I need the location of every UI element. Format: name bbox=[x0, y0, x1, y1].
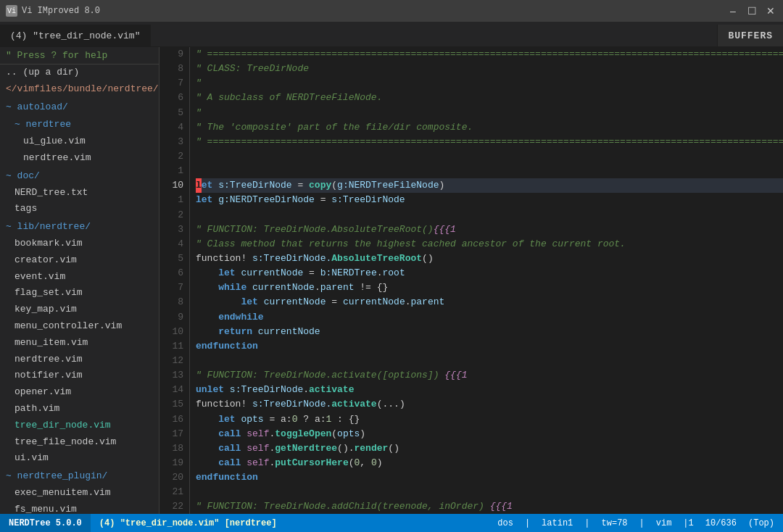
code-line: " FUNCTION: TreeDirNode.addChild(treenod… bbox=[196, 499, 783, 514]
line-number: 20 bbox=[162, 470, 183, 485]
line-number: 3 bbox=[162, 135, 183, 149]
code-line: function! s:TreeDirNode.AbsoluteTreeRoot… bbox=[196, 252, 783, 266]
line-number: 21 bbox=[162, 485, 183, 499]
sidebar-item[interactable]: tags bbox=[0, 201, 159, 217]
main-area: " Press ? for help .. (up a dir)</vimfil… bbox=[0, 47, 783, 514]
line-number: 16 bbox=[162, 412, 183, 427]
line-number: 12 bbox=[162, 354, 183, 368]
code-line: let g:NERDTreeDirNode = s:TreeDirNode bbox=[196, 193, 783, 207]
statusbar: NERDTree 5.0.0 (4) "tree_dir_node.vim" [… bbox=[0, 514, 783, 532]
code-content: 9876543211012345678910111213141516171819… bbox=[160, 47, 783, 514]
sidebar-items: .. (up a dir)</vimfiles/bundle/nerdtree/… bbox=[0, 65, 159, 514]
sidebar-item[interactable]: menu_item.vim bbox=[0, 335, 159, 352]
code-line: return currentNode bbox=[196, 325, 783, 339]
code-lines[interactable]: " ======================================… bbox=[190, 47, 783, 514]
line-number: 1 bbox=[162, 193, 183, 207]
nerdtree-sidebar: " Press ? for help .. (up a dir)</vimfil… bbox=[0, 47, 160, 514]
line-number: 10 bbox=[162, 178, 183, 193]
statusbar-filename: (4) "tree_dir_node.vim" [nerdtree] bbox=[99, 518, 277, 528]
statusbar-separator2: | bbox=[584, 518, 589, 528]
sidebar-item[interactable]: </vimfiles/bundle/nerdtree/ bbox=[0, 81, 159, 98]
code-editor: 9876543211012345678910111213141516171819… bbox=[160, 47, 783, 514]
line-number: 22 bbox=[162, 499, 183, 514]
maximize-button[interactable]: ☐ bbox=[745, 4, 758, 17]
sidebar-item[interactable]: nerdtree.vim bbox=[0, 352, 159, 368]
line-number: 6 bbox=[162, 91, 183, 105]
code-line: call self.putCursorHere(0, 0) bbox=[196, 456, 783, 470]
sidebar-item[interactable]: NERD_tree.txt bbox=[0, 185, 159, 201]
sidebar-item[interactable]: flag_set.vim bbox=[0, 285, 159, 302]
sidebar-item[interactable]: ~ nerdtree bbox=[0, 117, 159, 133]
sidebar-item[interactable]: event.vim bbox=[0, 269, 159, 286]
statusbar-encoding: latin1 bbox=[542, 518, 573, 528]
active-tab[interactable]: (4) "tree_dir_node.vim" bbox=[0, 25, 151, 46]
sidebar-item[interactable]: bookmark.vim bbox=[0, 236, 159, 252]
sidebar-item[interactable]: ~ autoload/ bbox=[0, 99, 159, 116]
code-line: " The 'composite' part of the file/dir c… bbox=[196, 120, 783, 135]
code-line bbox=[196, 354, 783, 368]
line-number: 2 bbox=[162, 149, 183, 164]
line-number: 13 bbox=[162, 368, 183, 383]
code-line: call self.toggleOpen(opts) bbox=[196, 427, 783, 441]
code-line: endwhile bbox=[196, 310, 783, 325]
code-line: endfunction bbox=[196, 339, 783, 354]
sidebar-item[interactable]: creator.vim bbox=[0, 252, 159, 269]
code-line: call self.getNerdtree().render() bbox=[196, 441, 783, 456]
sidebar-item[interactable]: ~ lib/nerdtree/ bbox=[0, 219, 159, 236]
line-number: 17 bbox=[162, 427, 183, 441]
statusbar-right: dos | latin1 | tw=78 | vim |1 10/636 (To… bbox=[489, 518, 783, 528]
code-line: let opts = a:0 ? a:1 : {} bbox=[196, 412, 783, 427]
line-number: 8 bbox=[162, 62, 183, 76]
code-line: " CLASS: TreeDirNode bbox=[196, 62, 783, 76]
code-line bbox=[196, 208, 783, 223]
line-number: 2 bbox=[162, 208, 183, 223]
sidebar-item[interactable]: menu_controller.vim bbox=[0, 318, 159, 335]
sidebar-item[interactable]: fs_menu.vim bbox=[0, 502, 159, 514]
line-number: 9 bbox=[162, 310, 183, 325]
code-line: " FUNCTION: TreeDirNode.activate([option… bbox=[196, 368, 783, 383]
statusbar-tw: tw=78 bbox=[602, 518, 628, 528]
minimize-button[interactable]: – bbox=[726, 4, 740, 17]
code-line: " A subclass of NERDTreeFileNode. bbox=[196, 91, 783, 105]
sidebar-item[interactable]: opener.vim bbox=[0, 384, 159, 401]
code-line bbox=[196, 485, 783, 499]
sidebar-item[interactable]: path.vim bbox=[0, 401, 159, 417]
sidebar-item[interactable]: notifier.vim bbox=[0, 367, 159, 384]
sidebar-item[interactable]: ~ doc/ bbox=[0, 168, 159, 185]
line-number: 18 bbox=[162, 441, 183, 456]
sidebar-item[interactable]: key_map.vim bbox=[0, 302, 159, 318]
code-line: " ======================================… bbox=[196, 47, 783, 62]
code-line: " bbox=[196, 76, 783, 91]
code-line bbox=[196, 149, 783, 164]
sidebar-item[interactable]: tree_file_node.vim bbox=[0, 434, 159, 451]
line-number: 3 bbox=[162, 223, 183, 237]
sidebar-item[interactable]: exec_menuitem.vim bbox=[0, 485, 159, 502]
code-line: function! s:TreeDirNode.activate(...) bbox=[196, 397, 783, 412]
sidebar-item[interactable]: nerdtree.vim bbox=[0, 150, 159, 167]
buffers-button[interactable]: BUFFERS bbox=[717, 25, 783, 46]
sidebar-item[interactable]: .. (up a dir) bbox=[0, 65, 159, 81]
line-number: 1 bbox=[162, 164, 183, 178]
line-number: 9 bbox=[162, 47, 183, 62]
sidebar-item[interactable]: tree_dir_node.vim bbox=[0, 417, 159, 434]
tabbar: (4) "tree_dir_node.vim" BUFFERS bbox=[0, 22, 783, 47]
code-line: unlet s:TreeDirNode.activate bbox=[196, 383, 783, 397]
window-controls[interactable]: – ☐ ✕ bbox=[726, 4, 777, 17]
app-icon: Vi bbox=[6, 5, 17, 17]
sidebar-header: " Press ? for help bbox=[0, 47, 159, 65]
statusbar-left: NERDTree 5.0.0 bbox=[0, 514, 91, 532]
close-button[interactable]: ✕ bbox=[764, 4, 777, 17]
sidebar-item[interactable]: ui.vim bbox=[0, 450, 159, 467]
line-number: 8 bbox=[162, 295, 183, 309]
statusbar-top: (Top) bbox=[748, 518, 774, 528]
window-title: Vi IMproved 8.0 bbox=[22, 6, 726, 16]
code-line: " bbox=[196, 106, 783, 120]
statusbar-position: 10/636 bbox=[705, 518, 737, 528]
code-line: " Class method that returns the highest … bbox=[196, 237, 783, 252]
code-line: " FUNCTION: TreeDirNode.AbsoluteTreeRoot… bbox=[196, 223, 783, 237]
sidebar-item[interactable]: ~ nerdtree_plugin/ bbox=[0, 468, 159, 485]
line-numbers: 9876543211012345678910111213141516171819… bbox=[160, 47, 190, 514]
sidebar-item[interactable]: ui_glue.vim bbox=[0, 133, 159, 150]
statusbar-mid: (4) "tree_dir_node.vim" [nerdtree] bbox=[91, 518, 489, 528]
statusbar-nerdtree: NERDTree 5.0.0 bbox=[9, 518, 82, 528]
